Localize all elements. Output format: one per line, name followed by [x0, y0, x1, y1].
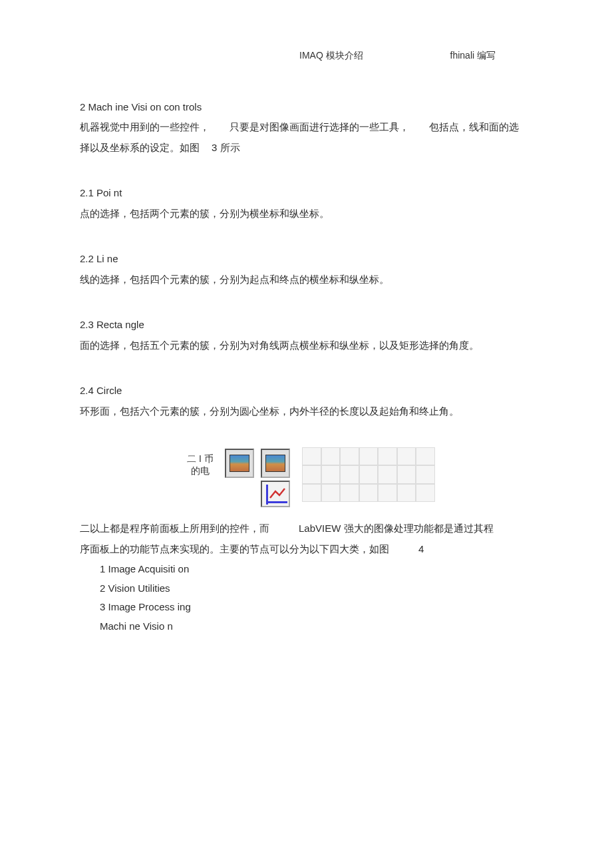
- t: 包括点，线和面的选: [429, 121, 519, 132]
- section-2-line2: 择以及坐标系的设定。如图3 所示: [80, 138, 532, 158]
- section-2-title: 2 Mach ine Visi on con trols: [80, 98, 532, 117]
- section-2-1-title: 2.1 Poi nt: [80, 184, 532, 203]
- figure-icon-col-2: [259, 447, 295, 507]
- t: 序面板上的功能节点来实现的。主要的节点可以分为以下四大类，如图: [80, 543, 389, 554]
- image-display-icon: [261, 449, 290, 478]
- figure-label-2: 的电: [177, 465, 224, 477]
- list-item: Machi ne Visio n: [100, 617, 532, 636]
- section-2-1-body: 点的选择，包括两个元素的簇，分别为横坐标和纵坐标。: [80, 204, 532, 224]
- coordinate-axis-icon: [261, 481, 290, 507]
- section-2-3-body: 面的选择，包括五个元素的簇，分别为对角线两点横坐标和纵坐标，以及矩形选择的角度。: [80, 336, 532, 355]
- t: 择以及坐标系的设定。如图: [80, 142, 200, 153]
- list-item: 2 Vision Utilities: [100, 579, 532, 598]
- figure-label-col: 二 I 币 的电: [177, 447, 224, 477]
- section-2-3-title: 2.3 Recta ngle: [80, 316, 532, 335]
- section-2-2-body: 线的选择，包括四个元素的簇，分别为起点和终点的横坐标和纵坐标。: [80, 270, 532, 290]
- section-2-line1: 机器视觉中用到的一些控件，只要是对图像画面进行选择的一些工具，包括点，线和面的选: [80, 118, 532, 137]
- t: 只要是对图像画面进行选择的一些工具，: [230, 121, 409, 132]
- section-2-2-title: 2.2 Li ne: [80, 250, 532, 269]
- figure-icon-col-1: [224, 447, 259, 479]
- t: 3 所示: [212, 142, 240, 153]
- list-item: 3 Image Process ing: [100, 598, 532, 617]
- graph-grid-placeholder: [302, 447, 435, 502]
- image-display-icon: [225, 449, 254, 478]
- t: LabVIEW 强大的图像处理功能都是通过其程: [299, 523, 494, 534]
- page-header: IMAQ 模块介绍 fhinali 编写: [299, 47, 496, 65]
- header-center: IMAQ 模块介绍: [299, 47, 363, 65]
- t: 二以上都是程序前面板上所用到的控件，而: [80, 523, 269, 534]
- header-right: fhinali 编写: [450, 47, 496, 65]
- after-para-line1: 二以上都是程序前面板上所用到的控件，而LabVIEW 强大的图像处理功能都是通过…: [80, 519, 532, 539]
- figure-3: 二 I 币 的电: [80, 447, 532, 507]
- list-item: 1 Image Acquisiti on: [100, 560, 532, 579]
- after-para-line2: 序面板上的功能节点来实现的。主要的节点可以分为以下四大类，如图4: [80, 540, 532, 559]
- section-2-4-title: 2.4 Circle: [80, 381, 532, 401]
- t: 4: [418, 543, 424, 554]
- section-2-4-body: 环形面，包括六个元素的簇，分别为圆心坐标，内外半径的长度以及起始角和终止角。: [80, 402, 532, 421]
- t: 机器视觉中用到的一些控件，: [80, 121, 210, 132]
- figure-label-1: 二 I 币: [177, 453, 224, 465]
- category-list: 1 Image Acquisiti on 2 Vision Utilities …: [80, 560, 532, 636]
